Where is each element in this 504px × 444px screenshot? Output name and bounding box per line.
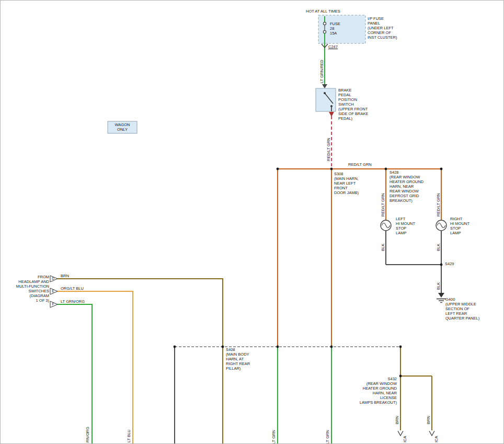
wire-lt-grn-org — [58, 304, 92, 444]
wire-label-red-lt-grn-vertical: RED/LT GRN — [327, 138, 331, 161]
hot-at-all-times-label: HOT AT ALL TIMES — [306, 9, 340, 14]
wire-label-lt-grn-red: LT GRN/RED — [320, 60, 324, 83]
wire-label-rn-org-bottom: RN/ORG — [86, 427, 90, 442]
right-stop-lamp-label: RIGHT HI MOUNT STOP LAMP — [450, 217, 469, 235]
connector-arrow-icon — [329, 112, 334, 117]
wire-lt-grn-rear — [278, 347, 331, 444]
license-connector-arrow-icons — [398, 431, 434, 436]
wire-label-org-lt-blu: ORG/LT BLU — [61, 286, 84, 291]
connector-label-license-1: ICA — [403, 436, 407, 442]
left-stop-lamp-label: LEFT HI MOUNT STOP LAMP — [396, 217, 415, 235]
wiring-diagram-canvas: HOT AT ALL TIMES FUSE 28 15A I/P FUSE PA… — [0, 0, 504, 444]
from-switches-label: FROM HEADLAMP AND MULTI-FUNCTION SWITCHE… — [9, 275, 49, 303]
wire-label-lt-grn-bottom-1: LT GRN — [272, 430, 276, 444]
wire-label-brn-bottom-2: BRN — [427, 416, 431, 424]
ip-fuse-panel-note: I/P FUSE PANEL (UNDER LEFT CORNER OF INS… — [368, 16, 397, 40]
splice-s308-label: S308 (MAIN HARN, NEAR LEFT FRONT DOOR JA… — [334, 172, 359, 195]
splice-s408-label: S408 (MAIN BODY HARN, AT RIGHT REAR PILL… — [226, 347, 250, 371]
wire-label-blk-right: BLK — [437, 244, 441, 251]
wire-label-blk-left: BLK — [381, 244, 385, 251]
connector-letter-e: E — [51, 289, 55, 293]
splice-s432-label: S432 (REAR WINDOW HEATER GROUND HARN, NE… — [339, 377, 397, 405]
wire-label-lt-blu-bottom: LT BLU — [127, 429, 131, 442]
wire-label-lt-grn-bottom-2: LT GRN — [326, 430, 330, 444]
wire-label-lt-grn-org: LT GRN/ORG — [61, 299, 85, 304]
wagon-only-label: WAGON ONLY — [108, 122, 137, 132]
brake-switch-box — [316, 84, 336, 111]
stop-lamp-left-icon — [381, 220, 391, 231]
ground-icon — [437, 293, 446, 303]
ground-g400-label: G400 (UPPER MIDDLE SECTION OF LEFT REAR … — [445, 297, 479, 321]
wire-label-red-lt-grn-right: RED/LT GRN — [437, 193, 441, 217]
stop-lamp-right-icon — [436, 220, 446, 231]
connector-letter-d: D — [51, 277, 55, 280]
wire-label-brn: BRN — [61, 274, 69, 278]
splice-s428-label: S428 (REAR WINDOW HEATER GROUND HARN, NE… — [390, 170, 423, 203]
fuse-panel-box — [318, 15, 365, 43]
wire-org-lt-blu — [58, 291, 133, 444]
connector-label-license-2: ICA — [434, 436, 439, 442]
connector-c247-label: C247 — [328, 44, 338, 49]
brake-switch-label: BRAKE PEDAL POSITION SWITCH (UPPER FRONT… — [338, 88, 369, 121]
wire-label-red-lt-grn-bus: RED/LT GRN — [348, 162, 372, 167]
wire-label-brn-bottom-1: BRN — [395, 416, 399, 424]
wire-label-red-lt-grn-left: RED/LT GRN — [381, 193, 385, 217]
wire-label-blk-bottom: BLK — [437, 282, 441, 290]
wire-blk-grounds — [386, 231, 441, 293]
splice-s429-label: S429 — [445, 261, 454, 266]
connector-letter-f: F — [51, 302, 55, 306]
wiring-svg — [1, 1, 504, 444]
fuse-label: FUSE 28 15A — [330, 21, 340, 36]
